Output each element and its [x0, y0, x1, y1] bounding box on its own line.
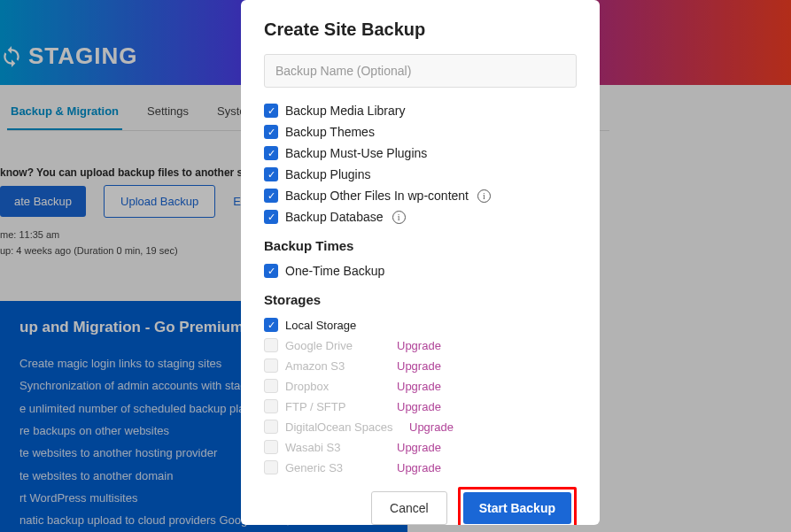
checkbox-dropbox [264, 379, 278, 393]
modal-title: Create Site Backup [264, 19, 577, 40]
checkbox-digitalocean [264, 420, 278, 434]
create-backup-modal: Create Site Backup Backup Media Library … [241, 0, 600, 525]
checkbox-other-files[interactable] [264, 189, 278, 203]
checkbox-one-time[interactable] [264, 264, 278, 278]
section-backup-times: Backup Times [264, 238, 577, 253]
option-label: Backup Database [285, 210, 384, 224]
upgrade-link[interactable]: Upgrade [397, 380, 441, 393]
checkbox-database[interactable] [264, 210, 278, 224]
checkbox-local-storage[interactable] [264, 318, 278, 332]
option-label: Backup Themes [285, 125, 375, 139]
checkbox-ftp-sftp [264, 399, 278, 413]
storage-label: DigitalOcean Spaces [285, 420, 402, 434]
option-label: Backup Media Library [285, 104, 405, 118]
cancel-button[interactable]: Cancel [371, 491, 447, 525]
storage-label: Google Drive [285, 339, 390, 352]
checkbox-amazon-s3 [264, 359, 278, 373]
upgrade-link[interactable]: Upgrade [397, 359, 441, 373]
storage-label: Dropbox [285, 380, 390, 393]
upgrade-link[interactable]: Upgrade [397, 400, 441, 413]
option-label: Backup Must-Use Plugins [285, 146, 427, 160]
checkbox-generic-s3 [264, 460, 278, 474]
storage-label: Local Storage [285, 319, 390, 332]
info-icon[interactable]: i [477, 189, 491, 203]
storage-label: Amazon S3 [285, 359, 390, 373]
upgrade-link[interactable]: Upgrade [397, 339, 441, 352]
backup-name-input[interactable] [264, 54, 577, 88]
storage-label: FTP / SFTP [285, 400, 390, 413]
checkbox-themes[interactable] [264, 125, 278, 139]
checkbox-plugins[interactable] [264, 167, 278, 181]
checkbox-wasabi [264, 440, 278, 454]
info-icon[interactable]: i [392, 211, 406, 224]
upgrade-link[interactable]: Upgrade [397, 441, 441, 454]
option-label: Backup Other Files In wp-content [285, 189, 469, 203]
storage-label: Wasabi S3 [285, 441, 390, 454]
start-backup-button[interactable]: Start Backup [463, 492, 571, 524]
annotation-highlight: Start Backup [458, 487, 577, 525]
storage-label: Generic S3 [285, 461, 390, 474]
checkbox-google-drive [264, 338, 278, 352]
section-storages: Storages [264, 292, 577, 307]
option-label: One-Time Backup [285, 264, 384, 278]
upgrade-link[interactable]: Upgrade [409, 420, 454, 434]
option-label: Backup Plugins [285, 167, 371, 181]
upgrade-link[interactable]: Upgrade [397, 461, 441, 474]
checkbox-mu-plugins[interactable] [264, 146, 278, 160]
checkbox-media[interactable] [264, 104, 278, 118]
